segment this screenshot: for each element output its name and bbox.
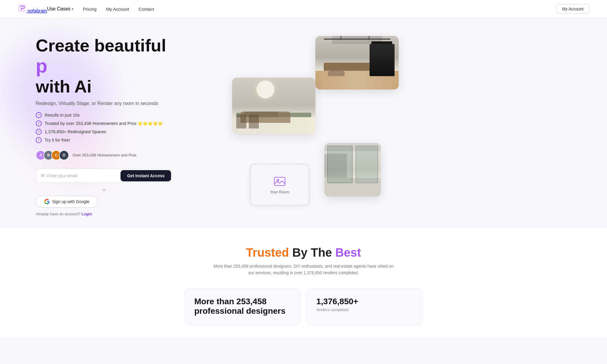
trusted-title-part3: Best [335, 246, 361, 259]
nav-right: My Account [556, 4, 589, 14]
image-placeholder-icon [274, 175, 286, 187]
logo-icon [18, 4, 26, 12]
hero-letter-p: p [36, 56, 220, 76]
trusted-section: Trusted By The Best More than 253,458 pr… [0, 228, 607, 338]
google-icon [44, 199, 50, 204]
stat-card-2: 1,376,850+ renders completed [306, 288, 423, 326]
login-text: Already have an account? Login [36, 212, 220, 216]
feature-item-3: ✓ 1,376,850+ Redesigned Spaces [36, 129, 220, 135]
room-image-top-right [315, 36, 399, 90]
hero-images: Your Room [232, 36, 399, 214]
avatar-stack: A B C D [36, 150, 69, 160]
trusted-title-part1: Trusted [246, 246, 289, 259]
feature-text-3: 1,376,850+ Redesigned Spaces [45, 129, 106, 134]
get-access-button[interactable]: Get Instant Access [121, 170, 171, 181]
nav-contact[interactable]: Contact [139, 7, 154, 12]
logo-text: sofabrain [27, 8, 47, 13]
room-image-middle-left [232, 78, 315, 134]
google-signup-button[interactable]: Sign up with Google [36, 196, 98, 208]
nav-my-account[interactable]: My Account [106, 7, 129, 12]
trusted-subtitle: More than 253,458 professional designers… [211, 263, 396, 276]
login-link[interactable]: Login [82, 212, 92, 216]
already-account-text: Already have an account? [36, 212, 80, 216]
check-icon-2: ✓ [36, 120, 42, 126]
my-account-button[interactable]: My Account [556, 4, 589, 14]
social-proof: A B C D Over 253,438 Homeowners and Pros [36, 150, 220, 160]
divider-or: or [36, 188, 173, 192]
feature-text-2: Trusted by over 253,438 Homeowners and P… [45, 121, 163, 126]
feature-item-4: ✓ Try it for free! [36, 137, 220, 143]
use-cases-label: Use Cases [47, 6, 70, 12]
check-icon-4: ✓ [36, 137, 42, 143]
email-form: ✉ Get Instant Access [36, 169, 173, 183]
google-button-label: Sign up with Google [52, 199, 89, 204]
stat-card-1: More than 253,458 professional designers [184, 288, 301, 326]
stat-number-1: More than 253,458 professional designers [194, 297, 291, 316]
room-scene-3 [324, 143, 381, 197]
your-room-label: Your Room [270, 190, 290, 194]
feature-text-4: Try it for free! [45, 138, 70, 142]
feature-text-1: Results in just 10s [45, 113, 80, 117]
trusted-title: Trusted By The Best [12, 246, 595, 259]
email-input[interactable] [47, 173, 121, 178]
hero-content: Create beautiful p with Ai Redesign, Vir… [36, 36, 220, 216]
hero-title-line1: Create beautiful [36, 36, 220, 55]
trusted-stats: More than 253,458 professional designers… [184, 288, 423, 326]
feature-item-1: ✓ Results in just 10s [36, 112, 220, 118]
room-image-bottom-right [324, 143, 381, 197]
room-scene-2 [232, 78, 315, 134]
trusted-title-part2: By The [292, 246, 335, 259]
stat-label-2: renders completed [316, 307, 413, 312]
nav-links: Use Cases ▾ Pricing My Account Contact [47, 6, 556, 12]
check-icon-1: ✓ [36, 112, 42, 118]
hero-title-line2: with Ai [36, 77, 220, 96]
stars-icon: ⭐⭐⭐⭐⭐ [137, 121, 163, 126]
chevron-down-icon: ▾ [72, 7, 73, 11]
email-icon: ✉ [41, 173, 45, 178]
feature-item-2: ✓ Trusted by over 253,438 Homeowners and… [36, 120, 220, 126]
room-scene-1 [315, 36, 399, 90]
social-proof-text: Over 253,438 Homeowners and Pros [73, 153, 137, 157]
svg-rect-1 [274, 177, 285, 186]
hero-section: Create beautiful p with Ai Redesign, Vir… [0, 18, 607, 228]
your-room-card: Your Room [250, 164, 309, 205]
avatar-4: D [59, 150, 69, 160]
svg-point-2 [277, 179, 279, 181]
nav-use-cases[interactable]: Use Cases ▾ [47, 6, 73, 12]
check-icon-3: ✓ [36, 129, 42, 135]
hero-features-list: ✓ Results in just 10s ✓ Trusted by over … [36, 112, 220, 143]
hero-subtitle: Redesign, Virtually Stage, or Render any… [36, 101, 220, 106]
navbar: sofabrain Use Cases ▾ Pricing My Account… [0, 0, 607, 18]
stat-number-2: 1,376,850+ [316, 297, 413, 306]
nav-logo[interactable]: sofabrain [18, 4, 47, 14]
nav-pricing[interactable]: Pricing [83, 7, 97, 12]
